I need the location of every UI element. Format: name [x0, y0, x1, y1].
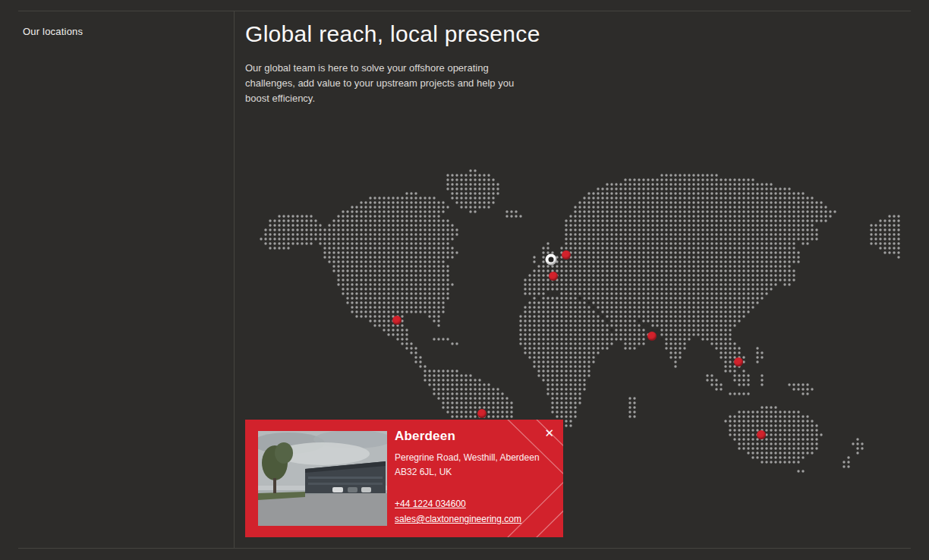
map-marker[interactable] [757, 430, 766, 439]
map-marker-selected[interactable] [546, 254, 557, 266]
bottom-divider [18, 548, 911, 549]
map-marker[interactable] [549, 272, 558, 281]
sidebar-label: Our locations [23, 26, 83, 37]
page-title: Global reach, local presence [245, 21, 540, 47]
popup-body: Aberdeen Peregrine Road, Westhill, Aberd… [395, 429, 560, 527]
sidebar-divider [234, 11, 235, 549]
map-marker[interactable] [392, 316, 402, 325]
popup-address: Peregrine Road, Westhill, Aberdeen AB32 … [395, 451, 560, 480]
close-icon[interactable]: ✕ [541, 424, 557, 442]
map-marker[interactable] [477, 409, 487, 418]
location-photo [258, 431, 387, 526]
location-popup: ✕ Aberdeen Peregrine Road, Westhill, Abe… [245, 420, 563, 537]
top-divider [18, 11, 911, 11]
popup-phone-link[interactable]: +44 1224 034600 [395, 497, 560, 511]
popup-email-link[interactable]: sales@claxtonengineering.com [395, 512, 560, 527]
popup-city: Aberdeen [395, 429, 560, 444]
office-exterior-image [258, 431, 387, 526]
page: Our locations Global reach, local presen… [0, 0, 929, 560]
map-marker[interactable] [647, 332, 657, 341]
map-marker[interactable] [734, 357, 743, 367]
map-marker[interactable] [562, 250, 571, 260]
popup-links: +44 1224 034600 sales@claxtonengineering… [395, 497, 560, 527]
page-description: Our global team is here to solve your of… [245, 61, 526, 106]
